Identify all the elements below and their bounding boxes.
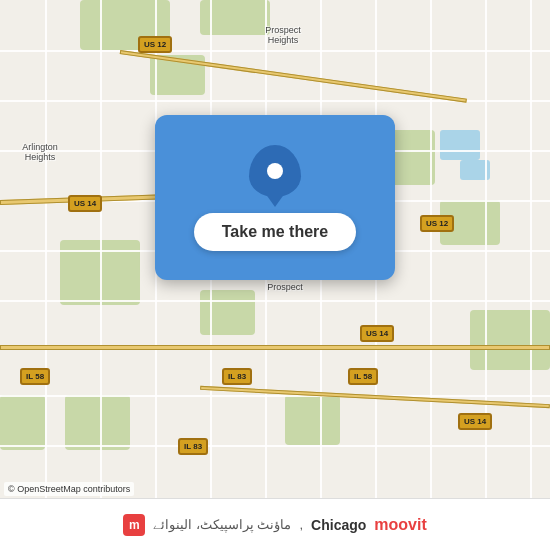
- place-label-prospect-heights: ProspectHeights: [238, 25, 328, 45]
- take-me-there-button[interactable]: Take me there: [194, 213, 356, 251]
- map-container: US 12 US 14 US 12 US 14 IL 83 IL 58 IL 5…: [0, 0, 550, 550]
- green-area: [390, 130, 435, 185]
- road: [0, 50, 550, 52]
- route-badge-us14-mid: US 14: [360, 325, 394, 342]
- place-label-arlington-heights: ArlingtonHeights: [5, 142, 75, 162]
- road: [0, 100, 550, 102]
- route-badge-us14-left: US 14: [68, 195, 102, 212]
- water-area: [440, 130, 480, 160]
- route-badge-il83-bottom: IL 83: [178, 438, 208, 455]
- route-badge-il83: IL 83: [222, 368, 252, 385]
- green-area: [65, 395, 130, 450]
- bottom-bar: m ماؤنٹ پراسپیکٹ، الینوائے , Chicago moo…: [0, 498, 550, 550]
- location-pin-icon: [249, 145, 301, 197]
- city-label: Chicago: [311, 517, 366, 533]
- route-badge-il58-right: IL 58: [348, 368, 378, 385]
- green-area: [470, 310, 550, 370]
- green-area: [285, 395, 340, 445]
- overlay-card: Take me there: [155, 115, 395, 280]
- pin-dot: [267, 163, 283, 179]
- location-text: ماؤنٹ پراسپیکٹ، الینوائے: [153, 517, 291, 532]
- major-road: [0, 345, 550, 350]
- route-badge-us12-top: US 12: [138, 36, 172, 53]
- green-area: [0, 395, 45, 450]
- moovit-logo-mark: m: [123, 514, 145, 536]
- route-badge-us14-bottom: US 14: [458, 413, 492, 430]
- green-area: [200, 290, 255, 335]
- road: [0, 300, 550, 302]
- moovit-logo-text: moovit: [374, 516, 426, 534]
- osm-attribution: © OpenStreetMap contributors: [4, 482, 134, 496]
- road: [0, 445, 550, 447]
- road: [0, 395, 550, 397]
- city-comma: ,: [299, 517, 303, 532]
- route-badge-il58-left: IL 58: [20, 368, 50, 385]
- route-badge-us12-right: US 12: [420, 215, 454, 232]
